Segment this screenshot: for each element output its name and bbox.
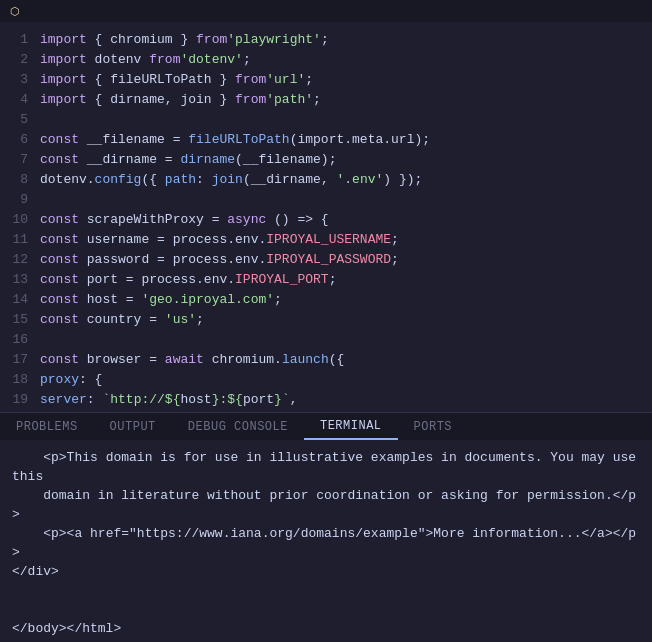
- code-line: const port = process.env.IPROYAL_PORT;: [40, 270, 644, 290]
- line-number: 10: [0, 210, 40, 230]
- code-line: [40, 190, 644, 210]
- code-line: proxy: {: [40, 370, 644, 390]
- code-line: const __filename = fileURLToPath(import.…: [40, 130, 644, 150]
- line-number: 7: [0, 150, 40, 170]
- line-number: 9: [0, 190, 40, 210]
- editor-area[interactable]: 1234567891011121314151617181920212223 im…: [0, 22, 652, 412]
- code-line: [40, 330, 644, 350]
- file-icon: ⬡: [10, 5, 20, 18]
- panel-tab-problems[interactable]: PROBLEMS: [0, 413, 94, 440]
- line-number: 2: [0, 50, 40, 70]
- terminal-line: </body></html>: [12, 619, 640, 638]
- line-number: 8: [0, 170, 40, 190]
- panel-tab-output[interactable]: OUTPUT: [94, 413, 172, 440]
- code-line: dotenv.config({ path: join(__dirname, '.…: [40, 170, 644, 190]
- terminal-line: [12, 600, 640, 619]
- title-bar: ⬡: [0, 0, 652, 22]
- line-number: 16: [0, 330, 40, 350]
- code-line: [40, 110, 644, 130]
- line-number: 18: [0, 370, 40, 390]
- code-line: const __dirname = dirname(__filename);: [40, 150, 644, 170]
- line-number: 15: [0, 310, 40, 330]
- terminal-line: </div>: [12, 562, 640, 581]
- line-number: 1: [0, 30, 40, 50]
- code-container: 1234567891011121314151617181920212223 im…: [0, 22, 652, 412]
- code-line: const country = 'us';: [40, 310, 644, 330]
- code-line: username: username,: [40, 410, 644, 412]
- panel-tab-terminal[interactable]: TERMINAL: [304, 413, 398, 440]
- code-content[interactable]: import { chromium } from 'playwright';im…: [40, 22, 652, 412]
- terminal-line: <p>This domain is for use in illustrativ…: [12, 448, 640, 486]
- code-line: import { fileURLToPath } from 'url';: [40, 70, 644, 90]
- line-number: 19: [0, 390, 40, 410]
- terminal-line: domain in literature without prior coord…: [12, 486, 640, 524]
- terminal-line: [12, 581, 640, 600]
- code-line: const password = process.env.IPROYAL_PAS…: [40, 250, 644, 270]
- terminal-line: <p><a href="https://www.iana.org/domains…: [12, 524, 640, 562]
- code-line: import { dirname, join } from 'path';: [40, 90, 644, 110]
- line-number: 13: [0, 270, 40, 290]
- code-line: const browser = await chromium.launch({: [40, 350, 644, 370]
- line-number: 6: [0, 130, 40, 150]
- line-number: 14: [0, 290, 40, 310]
- code-line: const host = 'geo.iproyal.com';: [40, 290, 644, 310]
- code-line: const username = process.env.IPROYAL_USE…: [40, 230, 644, 250]
- line-number: 12: [0, 250, 40, 270]
- line-number: 11: [0, 230, 40, 250]
- line-number: 20: [0, 410, 40, 412]
- code-line: server: `http://${host}:${port}`,: [40, 390, 644, 410]
- line-number: 4: [0, 90, 40, 110]
- terminal-area[interactable]: <p>This domain is for use in illustrativ…: [0, 440, 652, 642]
- line-number: 17: [0, 350, 40, 370]
- code-line: const scrapeWithProxy = async () => {: [40, 210, 644, 230]
- code-line: import { chromium } from 'playwright';: [40, 30, 644, 50]
- panel-tab-debug-console[interactable]: DEBUG CONSOLE: [172, 413, 304, 440]
- panel-tab-ports[interactable]: PORTS: [398, 413, 469, 440]
- line-number: 5: [0, 110, 40, 130]
- line-number: 3: [0, 70, 40, 90]
- code-line: import dotenv from 'dotenv';: [40, 50, 644, 70]
- panel-tabs: PROBLEMSOUTPUTDEBUG CONSOLETERMINALPORTS: [0, 412, 652, 440]
- line-numbers: 1234567891011121314151617181920212223: [0, 22, 40, 412]
